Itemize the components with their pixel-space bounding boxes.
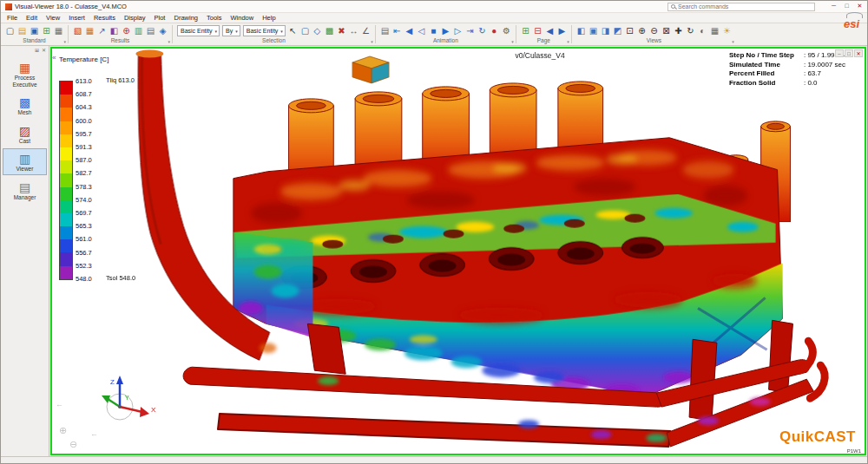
menu-results[interactable]: Results (89, 13, 120, 23)
last-frame-icon[interactable]: ⇥ (464, 25, 476, 36)
measure-distance-icon[interactable]: ↔ (348, 25, 359, 36)
loop-icon[interactable]: ↻ (477, 25, 488, 36)
sidebar-item-cast[interactable]: ▨Cast (3, 121, 47, 147)
sidebar-close-icon[interactable]: ✕ (42, 47, 46, 55)
iso-view-icon[interactable]: ◧ (575, 25, 587, 36)
import-icon[interactable]: ⊞ (41, 25, 52, 36)
maximize-button[interactable]: □ (840, 1, 853, 11)
menu-window[interactable]: Window (227, 13, 259, 23)
info-label: Fraction Solid (729, 79, 804, 88)
command-search[interactable] (667, 3, 815, 11)
model-canvas[interactable] (52, 49, 865, 454)
play-icon[interactable]: ▶ (440, 25, 451, 36)
fit-view-icon[interactable]: ⊡ (624, 25, 635, 36)
stop-icon[interactable]: ■ (428, 25, 439, 36)
sidebar-item-mesh[interactable]: ▩Mesh (3, 92, 47, 119)
search-input[interactable] (678, 3, 812, 10)
menu-file[interactable]: File (3, 13, 22, 23)
menu-tools[interactable]: Tools (202, 13, 227, 23)
rotate-view-icon[interactable]: ↻ (685, 25, 696, 36)
step-back-icon[interactable]: ◁ (416, 25, 427, 36)
first-frame-icon[interactable]: ⇤ (391, 25, 403, 36)
contour-icon[interactable]: ▦ (84, 25, 95, 36)
polygon-select-icon[interactable]: ◇ (312, 25, 323, 36)
zoom-out-circle-icon[interactable]: ⊖ (69, 440, 77, 448)
sidebar-item-manager[interactable]: ▤Manager (3, 177, 47, 204)
front-view-icon[interactable]: ▣ (588, 25, 599, 36)
new-file-icon[interactable]: ▢ (4, 25, 16, 36)
pan-left-icon-2[interactable]: ← (90, 429, 98, 438)
toolbar-separator (375, 25, 376, 43)
temperature-legend: Temperature [C] 613.0608.7604.3600.0595.… (59, 56, 108, 280)
zoom-in-icon[interactable]: ⊕ (636, 25, 648, 36)
plot-maximize-button[interactable]: □ (845, 49, 853, 57)
side-view-icon[interactable]: ◨ (600, 25, 611, 36)
sidebar-item-viewer[interactable]: ▥Viewer (3, 148, 47, 175)
group-expander-icon[interactable]: ▾ (168, 38, 170, 45)
group-expander-icon[interactable]: ▾ (732, 38, 734, 45)
add-page-icon[interactable]: ⊞ (520, 25, 531, 36)
report-icon[interactable]: ▤ (145, 25, 156, 36)
menu-edit[interactable]: Edit (22, 13, 42, 23)
collapse-panel-icon[interactable]: « (52, 54, 56, 62)
zoom-out-icon[interactable]: ⊖ (648, 25, 660, 36)
entity-mode-select[interactable]: Basic Entity▾ (243, 25, 286, 36)
shade-mode-icon[interactable]: ◐ (697, 25, 708, 36)
menu-help[interactable]: Help (258, 13, 279, 23)
animation-settings-icon[interactable]: ⚙ (501, 25, 512, 36)
print-icon[interactable]: ▦ (53, 25, 64, 36)
pointer-select-icon[interactable]: ↖ (287, 25, 299, 36)
probe-icon[interactable]: ⊕ (121, 25, 132, 36)
sidebar-pin-icon[interactable]: ⊞ (35, 47, 39, 55)
pan-left-icon[interactable]: ← (56, 400, 63, 408)
toolbar-group-label: Standard (23, 37, 45, 43)
prev-page-icon[interactable]: ◀ (544, 25, 556, 36)
wireframe-icon[interactable]: ▦ (709, 25, 720, 36)
entity-filter-select[interactable]: Basic Entity▾ (177, 25, 220, 36)
close-button[interactable]: ✕ (853, 1, 866, 11)
open-results-icon[interactable]: ▧ (72, 25, 83, 36)
legend-tsol-label: Tsol 548.0 (106, 274, 135, 282)
select-all-icon[interactable]: ▩ (324, 25, 335, 36)
zoom-box-icon[interactable]: ⊠ (661, 25, 672, 36)
info-row: Simulated Time: 19.0007 sec (729, 61, 852, 70)
menu-plot[interactable]: Plot (150, 13, 170, 23)
toolbar-group-views: ◧▣◨◩⊡⊕⊖⊠✚↻◐▦☀Views▾ (573, 23, 735, 45)
pan-icon[interactable]: ✚ (673, 25, 684, 36)
measure-angle-icon[interactable]: ∠ (360, 25, 372, 36)
plot-minimize-button[interactable]: – (835, 49, 844, 57)
box-select-icon[interactable]: ▢ (299, 25, 311, 36)
next-page-icon[interactable]: ▶ (556, 25, 568, 36)
film-icon[interactable]: ▤ (379, 25, 391, 36)
open-file-icon[interactable]: ▤ (16, 25, 28, 36)
zoom-in-circle-icon[interactable]: ⊕ (59, 426, 67, 435)
toolbar-group-label: Selection (262, 37, 286, 43)
step-forward-icon[interactable]: ▷ (452, 25, 464, 36)
play-reverse-icon[interactable]: ◀ (404, 25, 415, 36)
result-animation-icon[interactable]: ◈ (157, 25, 168, 36)
menu-view[interactable]: View (42, 13, 64, 23)
select-by-select[interactable]: By▾ (222, 25, 240, 36)
group-expander-icon[interactable]: ▾ (511, 38, 514, 45)
light-icon[interactable]: ☀ (721, 25, 733, 36)
top-view-icon[interactable]: ◩ (612, 25, 623, 36)
plot-close-button[interactable]: ✕ (854, 49, 863, 57)
record-icon[interactable]: ● (489, 25, 500, 36)
axis-triad[interactable]: Z X Y (80, 374, 160, 436)
section-cut-icon[interactable]: ◧ (108, 25, 120, 36)
menu-display[interactable]: Display (120, 13, 150, 23)
sidebar-item-process-executive[interactable]: ▦Process Executive (3, 57, 47, 90)
menu-insert[interactable]: Insert (64, 13, 89, 23)
save-icon[interactable]: ▣ (29, 25, 40, 36)
viewport[interactable]: « v0/Culasse_V4 – □ ✕ Temperature [C] 61… (50, 47, 866, 455)
menu-drawing[interactable]: Drawing (169, 13, 202, 23)
legend-tliq-label: Tliq 613.0 (106, 76, 135, 84)
minimize-button[interactable]: ─ (827, 1, 840, 11)
delete-page-icon[interactable]: ⊟ (532, 25, 543, 36)
clear-selection-icon[interactable]: ✖ (336, 25, 347, 36)
group-expander-icon[interactable]: ▾ (63, 38, 66, 45)
chart-icon[interactable]: ▥ (133, 25, 144, 36)
vector-plot-icon[interactable]: ↗ (96, 25, 108, 36)
group-expander-icon[interactable]: ▾ (567, 38, 569, 45)
group-expander-icon[interactable]: ▾ (371, 38, 373, 45)
